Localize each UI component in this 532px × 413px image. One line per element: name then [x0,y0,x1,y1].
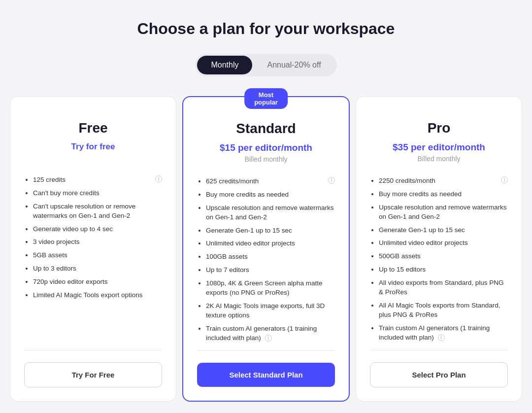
free-features-row: i 125 credits Can't buy more credits Can… [24,175,162,300]
free-feature-6: 5GB assets [33,251,162,260]
free-feature-4: Generate video up to 4 sec [33,225,162,234]
free-feature-9: Limited AI Magic Tools export options [33,291,162,300]
pro-feature-7: Up to 15 editors [379,265,508,275]
standard-feature-3: Upscale resolution and remove watermarks… [206,204,335,222]
free-feature-2: Can't buy more credits [33,189,162,198]
pro-features-list: 2250 credits/month Buy more credits as n… [370,176,508,342]
pro-features-row: i 2250 credits/month Buy more credits as… [370,176,508,342]
standard-divider [197,350,335,351]
free-divider [24,350,162,350]
standard-feature-7: Up to 7 editors [206,266,335,275]
pro-feature-6: 500GB assets [379,252,508,261]
pro-cta-button[interactable]: Select Pro Plan [370,362,508,387]
free-feature-1: 125 credits [33,175,162,185]
free-feature-8: 720p video editor exports [33,277,162,287]
pro-info-icon[interactable]: i [501,176,508,183]
pro-feature-1: 2250 credits/month [379,176,508,186]
standard-cta-button[interactable]: Select Standard Plan [197,363,335,387]
standard-features-row: i 625 credits/month Buy more credits as … [197,177,335,343]
standard-train-info-icon[interactable]: i [265,335,272,342]
pro-feature-4: Generate Gen-1 up to 15 sec [379,226,508,235]
most-popular-badge: Mostpopular [244,88,288,109]
free-features-list: 125 credits Can't buy more credits Can't… [24,175,162,300]
standard-features-list: 625 credits/month Buy more credits as ne… [197,177,335,343]
standard-plan-price: $15 per editor/month [197,142,335,153]
free-cta-button[interactable]: Try For Free [24,362,162,387]
pro-feature-5: Unlimited video editor projects [379,239,508,248]
pro-feature-3: Upscale resolution and remove watermarks… [379,203,508,222]
pro-feature-9: All AI Magic Tools exports from Standard… [379,301,508,320]
pro-plan-footer: Select Pro Plan [370,350,508,387]
free-plan-price: Try for free [24,142,162,152]
standard-feature-2: Buy more credits as needed [206,190,335,200]
pro-divider [370,350,508,350]
standard-feature-6: 100GB assets [206,252,335,262]
standard-feature-5: Unlimited video editor projects [206,239,335,248]
standard-plan-footer: Select Standard Plan [197,350,335,387]
standard-plan-name: Standard [197,121,335,137]
standard-info-icon[interactable]: i [328,177,335,184]
pro-plan-card: Pro $35 per editor/month Billed monthly … [356,96,522,402]
pro-feature-10: Train custom AI generators (1 training i… [379,324,508,343]
free-plan-footer: Try For Free [24,350,162,387]
free-plan-card: Free Try for free i 125 credits Can't bu… [10,96,176,402]
free-info-icon[interactable]: i [155,175,162,182]
standard-plan-card: Mostpopular Standard $15 per editor/mont… [182,96,350,402]
billing-toggle: Monthly Annual-20% off [195,54,336,76]
pro-plan-name: Pro [370,120,508,136]
pro-feature-2: Buy more credits as needed [379,190,508,199]
free-plan-name: Free [24,120,162,136]
free-feature-3: Can't upscale resolution or remove water… [33,202,162,221]
pro-plan-billing: Billed monthly [370,155,508,163]
annual-toggle[interactable]: Annual-20% off [253,56,334,74]
standard-feature-9: 2K AI Magic Tools image exports, full 3D… [206,302,335,320]
pro-feature-8: All video exports from Standard, plus PN… [379,278,508,297]
standard-feature-4: Generate Gen-1 up to 15 sec [206,226,335,236]
standard-feature-10: Train custom AI generators (1 training i… [206,324,335,343]
pro-plan-price: $35 per editor/month [370,142,508,153]
free-feature-7: Up to 3 editors [33,264,162,274]
standard-plan-billing: Billed monthly [197,155,335,163]
plans-container: Free Try for free i 125 credits Can't bu… [10,96,522,402]
monthly-toggle[interactable]: Monthly [197,56,252,74]
free-plan-billing [24,154,162,162]
free-feature-5: 3 video projects [33,238,162,247]
standard-feature-8: 1080p, 4K & Green Screen alpha matte exp… [206,279,335,298]
page-title: Choose a plan for your workspace [137,20,395,38]
pro-train-info-icon[interactable]: i [438,334,445,341]
standard-feature-1: 625 credits/month [206,177,335,186]
